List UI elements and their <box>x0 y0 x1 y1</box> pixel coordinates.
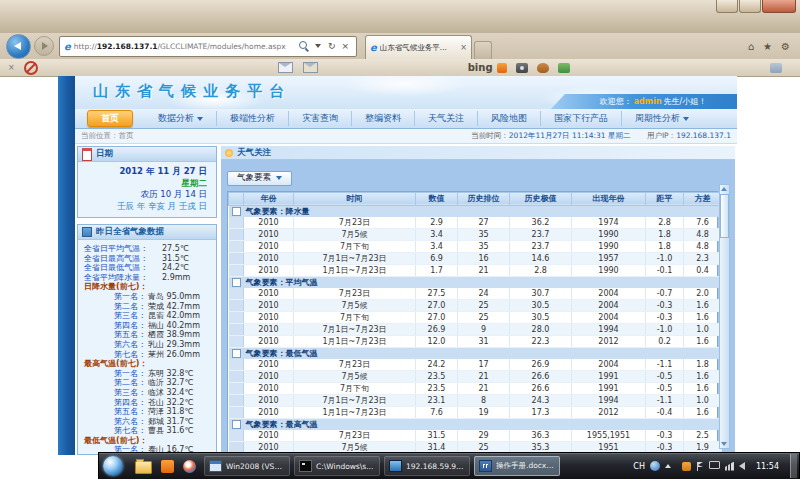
taskbar-button-1[interactable]: Win2008 (VS2... <box>204 456 290 476</box>
back-button[interactable] <box>6 34 31 59</box>
network-icon[interactable] <box>725 462 734 471</box>
app-icon[interactable] <box>161 460 174 473</box>
group-checkbox[interactable] <box>232 278 241 287</box>
table-row[interactable]: 20101月1日~7月23日7.61917.32012-0.41.6 <box>229 406 722 418</box>
metric-line: 全省日平均气温：27.5℃ <box>84 244 212 254</box>
nav-item-6[interactable]: 天气关注 <box>414 111 477 126</box>
table-row[interactable]: 20107月1日~7月23日23.1824.31994-1.11.0 <box>229 394 722 406</box>
rank-value: 乳山 29.3mm <box>146 340 212 350</box>
leaf-icon[interactable] <box>558 63 570 73</box>
volume-icon[interactable] <box>739 462 745 470</box>
maximize-button[interactable] <box>739 0 761 13</box>
blocked-content-icon[interactable] <box>24 61 38 75</box>
nav-item-4[interactable]: 灾害查询 <box>288 111 351 126</box>
display-icon[interactable] <box>709 461 720 469</box>
mail-icon-2[interactable] <box>303 62 318 73</box>
table-row[interactable]: 20107月下旬3.43523.719901.84.8 <box>229 240 722 252</box>
close-toolbar-icon[interactable]: × <box>8 63 15 72</box>
tray-expand-icon[interactable] <box>665 464 671 468</box>
taskbar-button-4[interactable]: 操作手册.docx -... <box>474 456 560 476</box>
tools-gear-icon[interactable]: ⚙ <box>781 41 790 52</box>
row-indent-cell <box>229 311 244 323</box>
table-cell: 4.8 <box>684 228 722 240</box>
minimize-button[interactable] <box>716 0 738 13</box>
table-row[interactable]: 20101月1日~7月23日12.03122.320120.21.6 <box>229 335 722 347</box>
address-dropdown-icon[interactable] <box>315 44 321 48</box>
system-tray: CH 11:54 <box>633 454 797 478</box>
explorer-icon[interactable] <box>135 461 152 474</box>
table-row[interactable]: 20107月23日24.21726.92004-1.11.8 <box>229 359 722 371</box>
action-center-flag-icon[interactable] <box>696 462 704 471</box>
table-row[interactable]: 20107月5候3.43523.719901.84.8 <box>229 228 722 240</box>
rank-value: 莱州 26.0mm <box>146 350 212 360</box>
table-row[interactable]: 20107月下旬23.52126.61991-0.51.6 <box>229 382 722 394</box>
tray-app-icon[interactable] <box>682 462 691 471</box>
nav-item-7[interactable]: 风险地图 <box>477 111 540 126</box>
media-player-icon[interactable] <box>183 460 196 473</box>
table-group-row[interactable]: 气象要素：最高气温 <box>229 418 722 430</box>
forward-button[interactable] <box>34 36 54 56</box>
globe-icon[interactable] <box>650 461 660 471</box>
table-row[interactable]: 20107月23日2.92736.219742.87.6 <box>229 217 722 229</box>
search-icon[interactable] <box>299 41 307 49</box>
stop-icon[interactable]: × <box>341 41 349 51</box>
table-row[interactable]: 20107月5候23.52126.61991-0.51.6 <box>229 370 722 382</box>
table-group-row[interactable]: 气象要素：降水量 <box>229 205 722 217</box>
nav-item-1[interactable]: 首页 <box>87 110 133 127</box>
nav-item-label: 天气关注 <box>428 112 464 125</box>
table-row[interactable]: 20107月下旬27.02530.52004-0.31.6 <box>229 311 722 323</box>
tab-close-icon[interactable]: × <box>460 43 467 52</box>
favorites-star-icon[interactable]: ★ <box>763 41 772 52</box>
start-button[interactable] <box>103 456 123 476</box>
paw-icon[interactable] <box>537 63 549 73</box>
nav-item-8[interactable]: 国家下行产品 <box>540 111 621 126</box>
nav-item-9[interactable]: 周期性分析 <box>621 111 702 126</box>
bing-logo[interactable]: bing <box>468 62 493 73</box>
mail-icon[interactable] <box>278 62 293 73</box>
table-group-row[interactable]: 气象要素：平均气温 <box>229 276 722 288</box>
group-checkbox[interactable] <box>232 420 241 429</box>
metric-line: 全省日最低气温：24.2℃ <box>84 263 212 273</box>
camera-icon[interactable] <box>516 63 528 73</box>
refresh-icon[interactable]: ↻ <box>328 41 336 51</box>
table-row[interactable]: 20107月1日~7月23日6.91614.61957-1.02.3 <box>229 252 722 264</box>
url-text[interactable]: http://192.168.137.1/GLCCLIMATE/modules/… <box>74 42 295 51</box>
table-row[interactable]: 20107月23日27.52430.72004-0.72.0 <box>229 288 722 300</box>
metric-value: 2.9mm <box>162 273 190 283</box>
scrollbar-thumb[interactable] <box>720 194 729 238</box>
taskbar-button-label: 192.168.59.99... <box>406 462 465 471</box>
table-row[interactable]: 20107月23日31.52936.31955,1951-0.32.5 <box>229 430 722 442</box>
home-icon[interactable]: ⌂ <box>748 41 754 52</box>
browser-tab[interactable]: e 山东省气候业务平... × <box>365 35 472 59</box>
close-button[interactable] <box>762 0 796 13</box>
show-desktop-button[interactable] <box>790 454 797 478</box>
rank-section-label: 最低气温(前七)： <box>84 436 212 446</box>
main-nav: 首页数据分析极端性分析灾害查询整编资料天气关注风险地图国家下行产品周期性分析 <box>75 109 737 129</box>
taskbar-button-2[interactable]: C:\Windows\s... <box>294 456 380 476</box>
table-cell: 27.0 <box>416 299 458 311</box>
nav-item-5[interactable]: 整编资料 <box>351 111 414 126</box>
group-checkbox[interactable] <box>232 207 241 216</box>
table-cell: 2012 <box>572 335 646 347</box>
address-bar[interactable]: e http://192.168.137.1/GLCCLIMATE/module… <box>59 36 357 57</box>
table-cell: 30.7 <box>510 288 572 300</box>
table-row[interactable]: 20107月5候27.02530.52004-0.31.6 <box>229 299 722 311</box>
nav-item-3[interactable]: 极端性分析 <box>216 111 288 126</box>
table-cell: 7月下旬 <box>294 240 416 252</box>
taskbar-button-3[interactable]: 192.168.59.99... <box>384 456 470 476</box>
new-tab-button[interactable] <box>474 41 492 59</box>
nav-item-2[interactable]: 数据分析 <box>145 111 216 126</box>
window-titlebar[interactable] <box>0 0 800 34</box>
addon-icon[interactable] <box>770 63 782 73</box>
taskbar-clock[interactable]: 11:54 <box>756 462 779 471</box>
language-indicator[interactable]: CH <box>633 462 645 471</box>
table-group-row[interactable]: 气象要素：最低气温 <box>229 347 722 359</box>
group-checkbox[interactable] <box>232 349 241 358</box>
nav-item-label: 数据分析 <box>158 112 194 125</box>
table-scrollbar[interactable] <box>719 184 730 449</box>
table-row[interactable]: 20101月1日~7月23日1.7212.81990-0.10.4 <box>229 264 722 276</box>
vm-icon <box>209 460 222 472</box>
table-row[interactable]: 20107月1日~7月23日26.9928.01994-1.01.0 <box>229 323 722 335</box>
table-cell: 23.5 <box>416 382 458 394</box>
element-selector-button[interactable]: 气象要素 <box>227 171 292 186</box>
